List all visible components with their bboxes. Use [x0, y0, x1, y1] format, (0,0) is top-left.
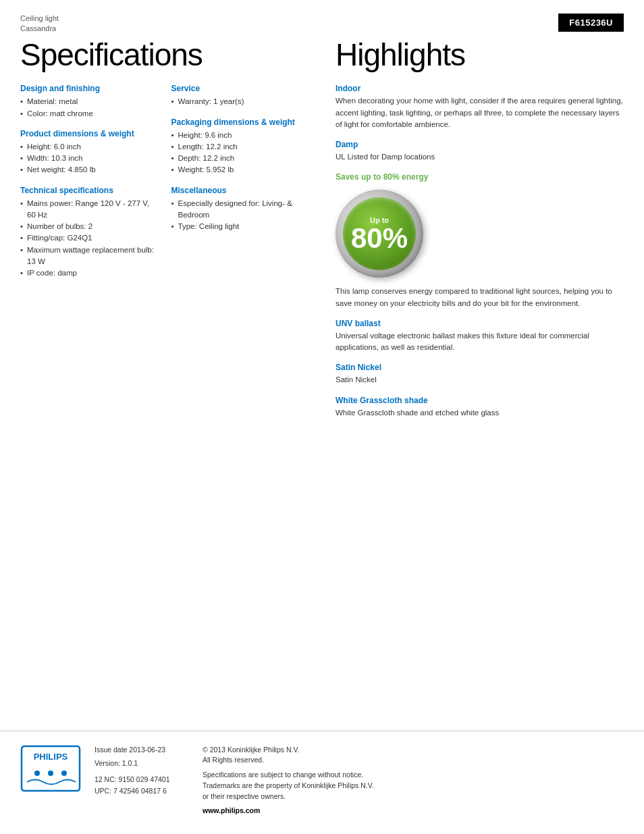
issue-date: Issue date 2013-06-23 [95, 745, 189, 755]
website-link[interactable]: www.philips.com [203, 806, 260, 814]
version: Version: 1.0.1 [95, 758, 189, 768]
technical-specs-list: Mains power: Range 120 V - 277 V, 60 Hz … [20, 198, 158, 280]
model-badge: F615236U [558, 14, 624, 32]
miscellaneous-section: Miscellaneous Especially designed for: L… [171, 186, 309, 233]
service-section: Service Warranty: 1 year(s) [171, 84, 309, 107]
list-item: Height: 6.0 inch [20, 141, 158, 153]
packaging-title: Packaging dimensions & weight [171, 118, 309, 127]
list-item: Number of bulbs: 2 [20, 221, 158, 232]
list-item: Type: Ceiling light [171, 221, 309, 232]
product-dimensions-section: Product dimensions & weight Height: 6.0 … [20, 129, 158, 176]
product-dimensions-title: Product dimensions & weight [20, 129, 158, 138]
specs-columns: Design and finishing Material: metal Col… [20, 84, 308, 288]
upc-line: UPC: 7 42546 04817 6 [95, 785, 189, 797]
disclaimer-text: Specifications are subject to change wit… [203, 771, 374, 800]
copyright-text: © 2013 Koninklijke Philips N.V.All Right… [203, 746, 299, 764]
damp-section: Damp UL Listed for Damp locations [336, 140, 624, 163]
grasscloth-section: White Grasscloth shade White Grasscloth … [336, 396, 624, 419]
nc-line: 12 NC: 9150 029 47401 [95, 774, 189, 785]
copyright: © 2013 Koninklijke Philips N.V.All Right… [203, 745, 624, 766]
list-item: Color: matt chrome [20, 108, 158, 120]
indoor-title: Indoor [336, 84, 624, 93]
disclaimer: Specifications are subject to change wit… [203, 770, 624, 802]
specs-left-inner: Design and finishing Material: metal Col… [20, 84, 158, 288]
nc-upc: 12 NC: 9150 029 47401 UPC: 7 42546 04817… [95, 774, 189, 797]
footer: PHILIPS Issue date 2013-06-23 Version: 1… [0, 731, 644, 835]
svg-point-4 [61, 771, 67, 776]
product-dimensions-list: Height: 6.0 inch Width: 10.3 inch Net we… [20, 141, 158, 176]
highlights-title: Highlights [336, 38, 624, 72]
unv-ballast-section: UNV ballast Universal voltage electronic… [336, 319, 624, 354]
footer-right: © 2013 Koninklijke Philips N.V.All Right… [203, 745, 624, 821]
list-item: Net weight: 4.850 lb [20, 164, 158, 176]
product-name: Cassandra [20, 24, 59, 34]
footer-left: Issue date 2013-06-23 Version: 1.0.1 12 … [95, 745, 189, 821]
unv-ballast-title: UNV ballast [336, 319, 624, 328]
svg-point-3 [48, 771, 53, 776]
specs-column: Specifications Design and finishing Mate… [20, 34, 322, 428]
list-item: Depth: 12.2 inch [171, 153, 309, 164]
service-title: Service [171, 84, 309, 93]
list-item: Maximum wattage replacement bulb: 13 W [20, 244, 158, 268]
indoor-text: When decorating your home with light, co… [336, 95, 624, 130]
satin-nickel-section: Satin Nickel Satin Nickel [336, 363, 624, 386]
energy-badge-inner: Up to 80% [343, 197, 416, 270]
list-item: Material: metal [20, 96, 158, 107]
product-label: Ceiling light Cassandra [20, 14, 59, 34]
grasscloth-title: White Grasscloth shade [336, 396, 624, 405]
svg-point-2 [34, 771, 40, 776]
highlights-column: Highlights Indoor When decorating your h… [322, 34, 624, 428]
technical-specs-title: Technical specifications [20, 186, 158, 195]
damp-text: UL Listed for Damp locations [336, 151, 624, 163]
miscellaneous-title: Miscellaneous [171, 186, 309, 195]
technical-specs-section: Technical specifications Mains power: Ra… [20, 186, 158, 280]
footer-info: Issue date 2013-06-23 Version: 1.0.1 12 … [95, 745, 624, 821]
damp-title: Damp [336, 140, 624, 149]
list-item: Especially designed for: Living- & Bedro… [171, 198, 309, 221]
grasscloth-text: White Grasscloth shade and etched white … [336, 407, 624, 419]
page: Ceiling light Cassandra F615236U Specifi… [0, 0, 644, 834]
header: Ceiling light Cassandra F615236U [0, 0, 644, 34]
list-item: IP code: damp [20, 267, 158, 279]
design-finishing-title: Design and finishing [20, 84, 158, 93]
website-paragraph: www.philips.com [203, 806, 624, 816]
indoor-section: Indoor When decorating your home with li… [336, 84, 624, 130]
packaging-list: Height: 9.6 inch Length: 12.2 inch Depth… [171, 130, 309, 176]
philips-logo-icon: PHILIPS [20, 745, 81, 792]
satin-nickel-text: Satin Nickel [336, 374, 624, 386]
specs-right-inner: Service Warranty: 1 year(s) Packaging di… [171, 84, 309, 288]
main-content: Specifications Design and finishing Mate… [0, 34, 644, 428]
design-finishing-list: Material: metal Color: matt chrome [20, 96, 158, 120]
product-type: Ceiling light [20, 14, 59, 24]
satin-nickel-title: Satin Nickel [336, 363, 624, 372]
packaging-section: Packaging dimensions & weight Height: 9.… [171, 118, 309, 176]
list-item: Warranty: 1 year(s) [171, 96, 309, 107]
service-list: Warranty: 1 year(s) [171, 96, 309, 107]
list-item: Height: 9.6 inch [171, 130, 309, 141]
svg-text:PHILIPS: PHILIPS [34, 752, 68, 762]
badge-percent: 80% [351, 226, 408, 251]
unv-ballast-text: Universal voltage electronic ballast mak… [336, 330, 624, 354]
list-item: Width: 10.3 inch [20, 153, 158, 164]
miscellaneous-list: Especially designed for: Living- & Bedro… [171, 198, 309, 233]
list-item: Weight: 5.952 lb [171, 164, 309, 176]
energy-section: Saves up to 80% energy Up to 80% This la… [336, 172, 624, 309]
page-title: Specifications [20, 38, 308, 72]
energy-title: Saves up to 80% energy [336, 172, 624, 182]
energy-text: This lamp conserves energy compared to t… [336, 286, 624, 309]
list-item: Fitting/cap: G24Q1 [20, 232, 158, 244]
energy-badge: Up to 80% [336, 190, 423, 278]
list-item: Mains power: Range 120 V - 277 V, 60 Hz [20, 198, 158, 221]
design-finishing-section: Design and finishing Material: metal Col… [20, 84, 158, 120]
list-item: Length: 12.2 inch [171, 141, 309, 153]
